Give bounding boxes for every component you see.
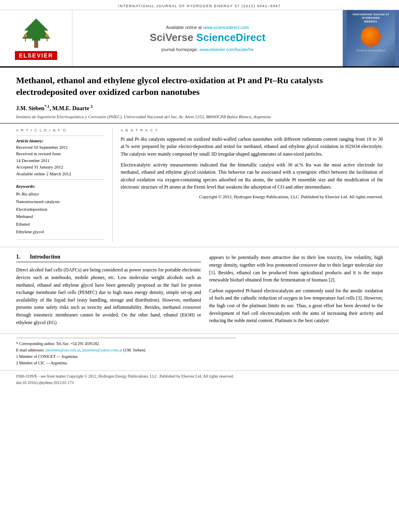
article-title: Methanol, ethanol and ethylene glycol el… xyxy=(16,75,383,98)
abstract-text: Pt and Pt–Ru catalysts supported on oxid… xyxy=(121,136,383,191)
intro-right-text-2: Carbon supported Pt-based electrocatalys… xyxy=(209,287,383,325)
divider-3 xyxy=(16,239,104,240)
abstract-copyright: Copyright © 2012, Hydrogen Energy Public… xyxy=(121,194,383,199)
introduction-heading: 1. Introduction xyxy=(16,254,201,262)
header-area: ELSEVIER Available online at www.science… xyxy=(0,10,399,68)
divider-1 xyxy=(16,136,104,136)
svg-point-4 xyxy=(45,34,49,37)
intro-right-text-1: appears to be potentially more attractiv… xyxy=(209,254,383,283)
footnotes-section: * Corresponding author. Tel./fax: +54 29… xyxy=(0,333,399,370)
elsevier-logo-block: ELSEVIER xyxy=(0,10,72,66)
received-revised-label: Received in revised form xyxy=(16,150,104,157)
received-1: Received 10 September 2011 xyxy=(16,144,104,151)
journal-cover: International Journal ofHYDROGENENERGY S… xyxy=(347,10,395,66)
available-online-date: Available online 2 March 2012 xyxy=(16,170,104,177)
elsevier-tree-icon xyxy=(18,16,54,49)
footer-bottom-bar: 0360-3199/$ – see front matter Copyright… xyxy=(0,370,399,388)
abstract-paragraph-2: Electrocatalytic activity measurements i… xyxy=(121,161,383,191)
keywords-label: Keywords: xyxy=(16,184,104,189)
svg-point-2 xyxy=(24,34,27,37)
intro-right-column: appears to be potentially more attractiv… xyxy=(209,254,383,329)
footer-copyright: 0360-3199/$ – see front matter Copyright… xyxy=(16,373,383,380)
keyword-1: Pt–Ru alloys xyxy=(16,190,104,198)
sciverse-prefix: SciVerse xyxy=(150,31,196,43)
sciverse-title: SciVerse ScienceDirect xyxy=(150,31,265,44)
introduction-section: 1. Introduction Direct alcohol fuel cell… xyxy=(0,247,399,329)
footnote-2: 2 Member of CIC — Argentina. xyxy=(16,360,383,366)
article-info-column: A R T I C L E I N F O Article history: R… xyxy=(16,128,113,242)
divider-2 xyxy=(16,179,104,180)
author-names: J.M. Sieben*,1, M.M.E. Duarte 2 xyxy=(16,105,93,111)
svg-marker-1 xyxy=(22,18,50,41)
cover-image-block: International Journal ofHYDROGENENERGY S… xyxy=(343,10,399,66)
footer-doi: doi:10.1016/j.ijhydene.2012.01.173 xyxy=(16,380,383,386)
journal-homepage-url[interactable]: www.elsevier.com/locate/he xyxy=(200,47,254,52)
journal-header-bar: INTERNATIONAL JOURNAL OF HYDROGEN ENERGY… xyxy=(0,0,399,10)
email-1-link[interactable]: jmsieben@uns.edu.ar xyxy=(45,348,80,352)
sciencedirect-brand: ScienceDirect xyxy=(196,31,265,43)
section-title: Introduction xyxy=(30,254,60,260)
article-title-section: Methanol, ethanol and ethylene glycol el… xyxy=(0,68,399,123)
intro-left-text: Direct alcohol fuel cells (DAFCs) are be… xyxy=(16,266,201,326)
cover-circle-graphic xyxy=(361,27,381,47)
keyword-2: Nanostructured catalysts xyxy=(16,198,104,205)
accepted-date: Accepted 31 January 2012 xyxy=(16,164,104,170)
received-revised-date: 14 December 2011 xyxy=(16,157,104,164)
sciencedirect-url[interactable]: www.sciencedirect.com xyxy=(203,25,249,30)
email-name: (J.M. Sieben). xyxy=(123,348,146,352)
keywords-section: Keywords: Pt–Ru alloys Nanostructured ca… xyxy=(16,184,104,235)
article-info-heading: A R T I C L E I N F O xyxy=(16,128,104,132)
affiliation-line: Instituto de Ingeniería Electroquímica y… xyxy=(16,114,383,119)
svg-rect-0 xyxy=(34,41,38,48)
keyword-6: Ethylene glycol xyxy=(16,228,104,236)
elsevier-label: ELSEVIER xyxy=(15,51,57,60)
corresponding-author: * Corresponding author. Tel./fax: +54 29… xyxy=(16,341,383,347)
available-online-text: Available online at www.sciencedirect.co… xyxy=(166,25,249,30)
history-label: Article history: xyxy=(16,138,104,143)
abstract-paragraph-1: Pt and Pt–Ru catalysts supported on oxid… xyxy=(121,136,383,158)
journal-homepage-line: journal homepage: www.elsevier.com/locat… xyxy=(161,47,253,52)
footer-divider xyxy=(16,338,236,338)
email-line: E-mail addresses: jmsieben@uns.edu.ar, j… xyxy=(16,347,383,353)
abstract-column: A B S T R A C T Pt and Pt–Ru catalysts s… xyxy=(113,128,383,242)
intro-left-column: 1. Introduction Direct alcohol fuel cell… xyxy=(16,254,201,329)
keyword-5: Ethanol xyxy=(16,220,104,228)
cover-sciverse-label: SciVerse ScienceDirect xyxy=(356,49,386,52)
journal-title: INTERNATIONAL JOURNAL OF HYDROGEN ENERGY… xyxy=(118,4,281,8)
article-body: A R T I C L E I N F O Article history: R… xyxy=(0,123,399,248)
abstract-heading: A B S T R A C T xyxy=(121,128,383,132)
page: INTERNATIONAL JOURNAL OF HYDROGEN ENERGY… xyxy=(0,0,399,388)
cover-journal-name: International Journal ofHYDROGENENERGY xyxy=(353,12,389,23)
sciencedirect-block: Available online at www.sciencedirect.co… xyxy=(72,10,343,66)
email-2-link[interactable]: jmsieben@yahoo.com.ar xyxy=(82,348,122,352)
keyword-3: Electrodeposition xyxy=(16,205,104,213)
section-number: 1. xyxy=(16,254,21,260)
footnote-1: 1 Member of CONICET — Argentina. xyxy=(16,353,383,360)
authors-line: J.M. Sieben*,1, M.M.E. Duarte 2 xyxy=(16,104,383,112)
keyword-4: Methanol xyxy=(16,213,104,220)
